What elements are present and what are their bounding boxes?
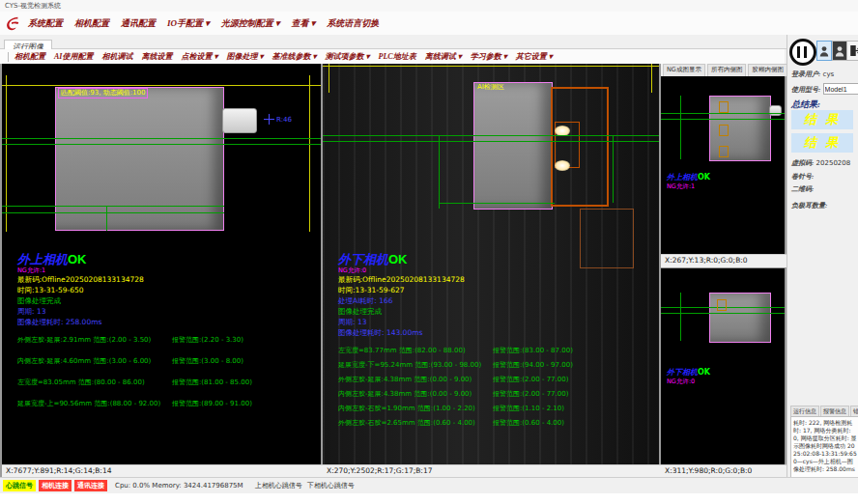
guide-line-yellow: [323, 66, 659, 67]
connector-tab: [222, 108, 257, 133]
measure-line-green: [680, 293, 681, 341]
pause-button[interactable]: [789, 39, 816, 66]
threshold-overlay-label: 匹配阈值:93, 动态阈值:100: [58, 88, 148, 98]
toolbar-items: 相机配置 AI使用配置 相机调试 离线设置 点检设置 ▾ 图像处理 ▾ 基准线参…: [14, 51, 561, 62]
ai-elapsed-label: 处理AI耗时: 166: [338, 295, 573, 306]
status-ok-label: OK: [698, 173, 710, 182]
ng-allow-label: NG允许:1: [17, 267, 252, 274]
small-top-camera-view[interactable]: 外上相机OK NG允许:1: [661, 76, 785, 254]
menu-item[interactable]: 相机配置: [74, 17, 109, 30]
measurement-value-label: 左宽度=83.77mm 范围:(82.00 - 88.00): [338, 346, 493, 355]
model-input[interactable]: [823, 83, 858, 95]
app-window: CYS-视觉检测系统 系统配置 相机配置 通讯配置 IO手配置 ▾ 光源控制配置…: [0, 0, 858, 492]
camera-name-label: 外下相机: [667, 368, 698, 377]
small-bottom-pixel-coords: X:311;Y:980;R:0;G:0;B:0: [661, 464, 788, 478]
virtual-code-value: 20250208: [816, 159, 851, 167]
barcode-label: 最新码:Offline20250208133134728: [17, 274, 252, 285]
toolbar-button[interactable]: 相机配置: [14, 51, 45, 62]
pause-icon: [797, 46, 800, 58]
top-camera-status-link[interactable]: 上相机心跳信号: [255, 481, 302, 490]
roi-box-orange: [580, 209, 634, 268]
heartbeat-status-badge: 心跳信号: [3, 480, 36, 491]
roi-box-orange: [719, 125, 729, 136]
measure-line-green: [613, 135, 614, 203]
menu-item[interactable]: 系统语言切换: [327, 17, 379, 30]
main-area: 匹配阈值:93, 动态阈值:100 R:46 外上相机OK NG允许:1 最新码…: [0, 64, 858, 477]
ng-allow-label: NG允许:0: [338, 267, 573, 274]
virtual-code-row: 虚拟码: 20250208: [791, 158, 850, 168]
guide-line-yellow: [6, 75, 7, 232]
cycle-label: 周期: 13: [338, 317, 573, 327]
toolbar-button[interactable]: 点检设置 ▾: [181, 51, 217, 62]
middle-result-block: 外下相机OK NG允许:0 最新码:Offline202502081331347…: [338, 249, 573, 433]
menu-item[interactable]: IO手配置 ▾: [167, 17, 210, 30]
measurement-row: 左宽度=83.77mm 范围:(82.00 - 88.00) 报警范围:(83.…: [338, 346, 573, 355]
user-icon: [819, 45, 829, 57]
window-titlebar: CYS-视觉检测系统: [0, 0, 858, 12]
model-row: 使用型号:: [791, 83, 858, 95]
menu-item[interactable]: 系统配置: [28, 17, 63, 30]
toolbar-button[interactable]: 其它设置 ▾: [516, 51, 553, 62]
measurement-value-label: 延展宽度-上=90.56mm 范围:(88.00 - 92.00): [17, 399, 172, 408]
toolbar-button[interactable]: 离线调试 ▾: [425, 51, 462, 62]
pause-icon: [804, 46, 807, 58]
menu-item[interactable]: 光源控制配置 ▾: [221, 17, 280, 30]
toolbar-button[interactable]: 图像处理 ▾: [226, 51, 263, 62]
time-label: 时间:13-31-59-650: [17, 285, 252, 295]
measure-line-green: [439, 203, 555, 204]
left-camera-view[interactable]: 匹配阈值:93, 动态阈值:100 R:46 外上相机OK NG允许:1 最新码…: [2, 64, 321, 464]
menu-item[interactable]: 查看 ▾: [292, 17, 316, 30]
app-logo-icon: [4, 14, 21, 32]
bottom-camera-status-link[interactable]: 下相机心跳信号: [307, 481, 355, 490]
menu-item[interactable]: 通讯配置: [121, 17, 156, 30]
small-bottom-camera-view[interactable]: 外下相机OK NG允许:0: [661, 268, 785, 464]
toolbar: 相机配置 AI使用配置 相机调试 离线设置 点检设置 ▾ 图像处理 ▾ 基准线参…: [0, 49, 785, 65]
roi-box-orange: [719, 146, 729, 157]
exit-button[interactable]: [846, 41, 858, 61]
small-views-column: NG成图显示 所有内侧图 胶糊内侧图 外上相机OK NG允许:1: [661, 64, 785, 477]
guide-line-yellow: [329, 64, 329, 93]
toolbar-button[interactable]: AI使用配置: [54, 51, 93, 62]
weld-glare-spot: [555, 160, 570, 171]
login-user-label: 登录用户:: [791, 70, 820, 78]
small-view-tab[interactable]: 所有内侧图: [707, 64, 747, 76]
alarm-range-label: 报警范围:(94.00 - 97.00): [493, 360, 573, 370]
result-box-top: 结 果: [791, 110, 853, 129]
measure-line-green: [439, 135, 440, 209]
toolbar-button[interactable]: 学习参数 ▾: [471, 51, 507, 62]
alarm-range-label: 报警范围:(81.00 - 85.00): [172, 378, 252, 387]
user-login-button[interactable]: [816, 41, 832, 61]
measure-line-green: [323, 135, 659, 136]
measurement-row: 外侧左胶-延展:2.91mm 范围:(2.00 - 3.50) 报警范围:(2.…: [17, 335, 252, 345]
measurement-value-label: 外侧左胶-延展:2.91mm 范围:(2.00 - 3.50): [17, 335, 172, 345]
guide-line-yellow: [309, 75, 310, 232]
toolbar-button[interactable]: 基准线参数 ▾: [272, 51, 316, 62]
toolbar-button[interactable]: 相机调试: [101, 51, 132, 62]
ng-allow-label: NG允许:0: [667, 378, 710, 385]
user-logout-button[interactable]: [832, 41, 847, 61]
measurement-row: 外侧左胶-延展:4.38mm 范围:(0.00 - 9.00) 报警范围:(2.…: [338, 375, 573, 384]
small-view-tab[interactable]: 胶糊内侧图: [748, 64, 787, 76]
measurement-value-label: 内侧左胶-延展:4.38mm 范围:(0.00 - 9.00): [338, 389, 493, 399]
measurement-row: 内侧左胶-延展:4.60mm 范围:(3.00 - 6.00) 报警范围:(3.…: [17, 356, 252, 366]
measurement-row: 内侧左胶-右胶=1.90mm 范围:(1.00 - 2.20) 报警范围:(1.…: [338, 404, 573, 413]
measurement-row: 外侧左胶-右胶=2.65mm 范围:(0.60 - 4.00) 报警范围:(0.…: [338, 418, 573, 428]
elapsed-label: 图像处理耗时: 258.00ms: [17, 317, 252, 327]
measure-line-green: [2, 144, 321, 145]
camera-name-label: 外上相机: [17, 252, 68, 266]
toolbar-button[interactable]: PLC地址表: [379, 51, 416, 62]
toolbar-button[interactable]: 测试项参数 ▾: [326, 51, 370, 62]
measure-line-green: [2, 138, 321, 139]
window-title: CYS-视觉检测系统: [5, 2, 61, 10]
middle-camera-view[interactable]: AI检测区 外下相机OK NG允许:0 最新码:Offline202502081…: [323, 64, 659, 464]
measure-line-green: [2, 212, 224, 213]
tab-bar: 运行图像: [0, 35, 858, 49]
virtual-code-label: 虚拟码:: [791, 159, 814, 167]
small-view-tab[interactable]: NG成图显示: [663, 64, 705, 76]
toolbar-button[interactable]: 离线设置: [141, 51, 172, 62]
measure-line-green: [106, 206, 107, 231]
measurement-row: 延展宽度-上=90.56mm 范围:(88.00 - 92.00) 报警范围:(…: [17, 399, 252, 408]
camera-image: [55, 87, 224, 231]
barcode-label: 最新码:Offline20250208133134728: [338, 274, 573, 285]
ai-zone-overlay-label: AI检测区: [477, 83, 504, 92]
